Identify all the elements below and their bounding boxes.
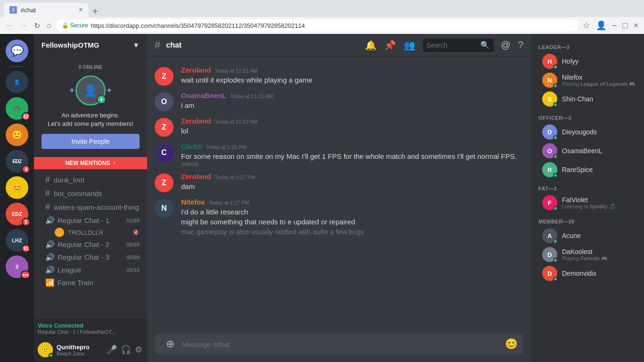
members-icon[interactable]: 👥: [404, 40, 415, 51]
invite-people-button[interactable]: Invite People: [41, 134, 140, 149]
mic-icon[interactable]: 🎤: [106, 344, 118, 356]
voice-channel-regular-2[interactable]: 🔊 Regular Chat - 2 00/99: [38, 238, 143, 251]
tab-title: #chat: [21, 7, 36, 14]
channel-name: waters-spam-account-thing: [54, 203, 140, 211]
member-item-holyy[interactable]: H Holyy: [535, 52, 640, 71]
voice-user-name: TROLLDLLR: [68, 229, 103, 236]
member-item-dieyougods[interactable]: D Dieyougods: [535, 123, 640, 141]
server-icon-s6[interactable]: EDZ 5: [6, 203, 28, 225]
avatar: N: [155, 199, 173, 218]
voice-count: 00/99: [126, 242, 140, 247]
status-dot: [553, 173, 558, 178]
voice-count: 00/99: [126, 255, 140, 260]
refresh-btn[interactable]: ↻: [32, 19, 42, 32]
server-icon-s4[interactable]: EDZ 4: [6, 150, 28, 173]
tab-favicon: #: [9, 6, 17, 14]
message-author: Clickti: [181, 142, 202, 150]
help-icon[interactable]: ?: [518, 40, 523, 50]
back-btn[interactable]: ←: [4, 19, 15, 32]
member-avatar: R: [542, 162, 557, 177]
new-mentions-bar[interactable]: NEW MENTIONS ↑: [34, 157, 147, 169]
server-icon-s7[interactable]: LHZ 91: [6, 229, 28, 252]
search-bar[interactable]: Search 🔍: [423, 39, 494, 52]
dm-icon[interactable]: 💬: [6, 40, 28, 62]
hash-icon: #: [45, 175, 50, 185]
voice-icon: 📶: [45, 278, 55, 287]
message-author: Zeroland: [181, 66, 211, 74]
at-icon[interactable]: @: [501, 40, 511, 50]
member-item-nitefox[interactable]: N Nitefox Playing League of Legends 🎮: [535, 71, 640, 90]
member-info: Acune: [562, 232, 636, 239]
avatar: Z: [155, 67, 173, 86]
channel-item-waters-spam[interactable]: # waters-spam-account-thing: [38, 200, 143, 214]
user-panel: 🙂 Qunithepro Beach Zone 🎤 🎧 ⚙: [34, 337, 147, 362]
dm-icon-symbol: 💬: [11, 45, 24, 57]
member-item-osamabeenl[interactable]: O OsamaBeenL: [535, 141, 640, 160]
emoji-button[interactable]: 😊: [501, 334, 521, 354]
notification-bell-icon[interactable]: 🔔: [365, 40, 377, 51]
member-item-fatviolet[interactable]: F FatViolet Listening to Spotify 🎵: [535, 193, 640, 212]
voice-channel-fame-train[interactable]: 📶 Fame Train: [38, 276, 143, 289]
message-timestamp: Today at 1:27 PM: [215, 174, 255, 180]
server-icon-s2[interactable]: 🎮 82: [6, 97, 28, 120]
message-content: Zeroland Today at 11:21 AM wait until it…: [181, 66, 523, 86]
member-item-demonvidix[interactable]: D Demonvidix: [535, 264, 640, 283]
members-section-officer: OFFICER—3 D Dieyougods O OsamaBeenL: [531, 112, 644, 179]
server-icon-s5[interactable]: 😊: [6, 176, 28, 199]
home-btn[interactable]: ⌂: [45, 19, 53, 32]
member-avatar: A: [542, 228, 557, 243]
server-divider: [9, 66, 25, 67]
message-group: Z Zeroland Today at 11:22 AM lol: [147, 115, 531, 139]
server-icon-s3[interactable]: 🙂: [6, 123, 28, 146]
message-add-button[interactable]: ⊕: [162, 334, 178, 354]
tab-close-btn[interactable]: ×: [79, 6, 83, 14]
server-icon-s8[interactable]: S 556: [6, 255, 28, 278]
member-item-rarespice[interactable]: R RareSpice: [535, 160, 640, 179]
pin-icon[interactable]: 📌: [384, 40, 396, 51]
message-header: Zeroland Today at 1:27 PM: [181, 173, 523, 181]
member-name: Holyy: [562, 58, 636, 65]
status-dot: [553, 135, 558, 140]
channel-name: bot_commands: [54, 189, 140, 197]
message-content: Zeroland Today at 11:22 AM lol: [181, 117, 523, 137]
member-info: Nitefox Playing League of Legends 🎮: [562, 74, 636, 87]
members-category-member: MEMBER—26: [531, 216, 644, 226]
voice-connected-bar: Voice Connected Regular Chat - 1 / Fello…: [34, 319, 147, 337]
message-input[interactable]: [178, 337, 501, 352]
members-category-fat: FAT—1: [531, 183, 644, 193]
status-dot: [553, 83, 558, 88]
voice-user-avatar: [55, 228, 64, 237]
member-name: OsamaBeenL: [562, 147, 636, 155]
settings-icon[interactable]: ⚙: [134, 344, 143, 356]
minimize-btn[interactable]: −: [610, 19, 619, 33]
new-tab-btn[interactable]: +: [89, 6, 102, 17]
message-text: dam: [181, 181, 523, 191]
voice-channel-regular-1[interactable]: 🔊 Regular Chat - 1 01/99: [38, 214, 143, 227]
invite-avatar: 👤 +: [75, 75, 106, 106]
close-browser-btn[interactable]: ×: [631, 19, 640, 33]
address-bar[interactable]: 🔒 Secure https://discordapp.com/channels…: [56, 19, 578, 32]
member-avatar: H: [542, 54, 557, 69]
channel-item-dank-loot[interactable]: # dank_loot: [38, 173, 143, 187]
profile-icon[interactable]: 👤: [594, 18, 608, 33]
voice-user-trolldllr[interactable]: TROLLDLLR 🔇: [51, 227, 143, 238]
member-item-dakoolest[interactable]: D DaKoolest Playing Fortnite 🎮: [535, 245, 640, 264]
headset-icon[interactable]: 🎧: [120, 344, 132, 356]
voice-count: 01/99: [126, 218, 140, 223]
server-icon-profile[interactable]: 👤: [6, 71, 28, 93]
guild-header[interactable]: FellowshipOTMG ▼: [34, 34, 147, 57]
maximize-btn[interactable]: □: [621, 19, 630, 33]
member-avatar: D: [542, 124, 557, 140]
channel-header-name: chat: [166, 41, 182, 49]
badge-556: 556: [21, 271, 30, 279]
forward-btn[interactable]: →: [18, 19, 29, 32]
member-item-acune[interactable]: A Acune: [535, 226, 640, 245]
message-header: Zeroland Today at 11:22 AM: [181, 117, 523, 125]
active-tab[interactable]: # #chat ×: [4, 3, 89, 17]
member-item-shinchan[interactable]: S Shin-Chan: [535, 90, 640, 108]
bookmark-icon[interactable]: ☆: [581, 18, 592, 33]
voice-channel-league[interactable]: 🔊 League 00/10: [38, 263, 143, 276]
member-avatar: N: [542, 73, 557, 88]
voice-channel-regular-3[interactable]: 🔊 Regular Chat - 3 00/99: [38, 251, 143, 263]
channel-item-bot-commands[interactable]: # bot_commands: [38, 187, 143, 200]
